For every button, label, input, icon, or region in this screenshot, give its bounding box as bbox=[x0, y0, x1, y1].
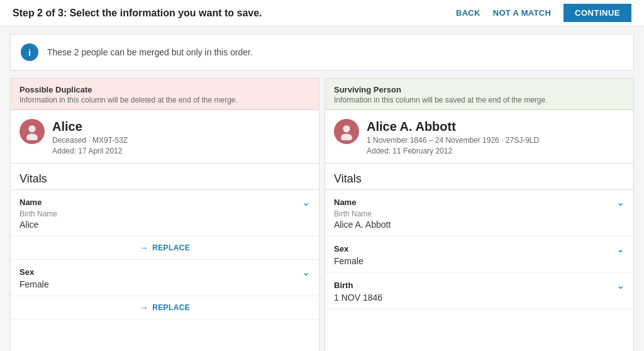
surviving-person-column: Surviving Person Information in this col… bbox=[325, 78, 634, 351]
svg-point-3 bbox=[341, 134, 352, 141]
possible-duplicate-name-row-header: Name ⌄ bbox=[19, 196, 310, 208]
not-a-match-link[interactable]: NOT A MATCH bbox=[493, 8, 551, 18]
surviving-person-avatar bbox=[334, 119, 359, 144]
surviving-person-name-row: Name ⌄ Birth Name Alice A. Abbott bbox=[325, 190, 633, 237]
possible-duplicate-name-replace-row: → REPLACE bbox=[11, 237, 319, 260]
possible-duplicate-header: Possible Duplicate Information in this c… bbox=[11, 79, 319, 110]
surviving-person-details-line1: 1 November 1846 – 24 November 1926 · 27S… bbox=[367, 136, 539, 145]
surviving-person-birth-chevron[interactable]: ⌄ bbox=[616, 279, 625, 291]
possible-duplicate-sex-row-header: Sex ⌄ bbox=[19, 266, 310, 278]
possible-duplicate-sex-replace-row: → REPLACE bbox=[11, 296, 319, 320]
info-banner: i These 2 people can be merged but only … bbox=[10, 34, 634, 70]
possible-duplicate-column: Possible Duplicate Information in this c… bbox=[10, 78, 319, 351]
surviving-person-sex-chevron[interactable]: ⌄ bbox=[616, 243, 625, 255]
surviving-person-name: Alice A. Abbott bbox=[367, 119, 539, 134]
surviving-person-sex-value: Female bbox=[334, 256, 625, 266]
possible-duplicate-sex-value: Female bbox=[19, 279, 310, 289]
surviving-person-sex-label: Sex bbox=[334, 244, 348, 254]
page-title: Step 2 of 3: Select the information you … bbox=[13, 8, 262, 19]
surviving-person-name-chevron[interactable]: ⌄ bbox=[616, 196, 625, 208]
page-header: Step 2 of 3: Select the information you … bbox=[0, 0, 644, 26]
svg-point-0 bbox=[28, 125, 35, 132]
surviving-person-birth-label: Birth bbox=[334, 281, 353, 290]
possible-duplicate-sex-chevron[interactable]: ⌄ bbox=[302, 266, 310, 278]
surviving-person-details-line2: Added: 11 February 2012 bbox=[367, 147, 539, 155]
svg-point-1 bbox=[26, 134, 38, 141]
possible-duplicate-details-line2: Added: 17 April 2012 bbox=[52, 147, 128, 155]
surviving-avatar-silhouette-icon bbox=[338, 123, 355, 140]
surviving-person-name-value: Alice A. Abbott bbox=[334, 220, 625, 230]
possible-duplicate-name-chevron[interactable]: ⌄ bbox=[302, 196, 310, 208]
header-actions: BACK NOT A MATCH CONTINUE bbox=[456, 4, 631, 22]
possible-duplicate-person-card: Alice Deceased · MX9T-53Z Added: 17 Apri… bbox=[11, 110, 319, 164]
possible-duplicate-name-label: Name bbox=[19, 198, 42, 207]
avatar-silhouette-icon bbox=[23, 123, 41, 140]
possible-duplicate-vitals-header: Vitals bbox=[11, 164, 319, 190]
possible-duplicate-name-row: Name ⌄ Birth Name Alice bbox=[11, 190, 319, 237]
surviving-person-name-sublabel: Birth Name bbox=[334, 209, 625, 218]
possible-duplicate-person-info: Alice Deceased · MX9T-53Z Added: 17 Apri… bbox=[52, 119, 128, 155]
possible-duplicate-name-sublabel: Birth Name bbox=[19, 209, 310, 218]
svg-point-2 bbox=[343, 125, 350, 132]
surviving-person-birth-row: Birth ⌄ 1 NOV 1846 bbox=[325, 273, 633, 309]
back-link[interactable]: BACK bbox=[456, 8, 480, 18]
continue-button[interactable]: CONTINUE bbox=[564, 4, 631, 22]
possible-duplicate-subtitle: Information in this column will be delet… bbox=[19, 96, 310, 104]
surviving-person-vitals-header: Vitals bbox=[325, 164, 633, 190]
surviving-person-name-label: Name bbox=[334, 198, 356, 207]
surviving-person-sex-row-header: Sex ⌄ bbox=[334, 243, 625, 255]
info-banner-text: These 2 people can be merged but only in… bbox=[47, 47, 253, 57]
possible-duplicate-details-line1: Deceased · MX9T-53Z bbox=[52, 136, 128, 145]
surviving-person-sex-row: Sex ⌄ Female bbox=[325, 237, 633, 273]
possible-duplicate-name-value: Alice bbox=[19, 220, 310, 230]
surviving-person-birth-value: 1 NOV 1846 bbox=[334, 292, 625, 303]
possible-duplicate-sex-row: Sex ⌄ Female bbox=[11, 260, 319, 296]
replace-name-arrow-icon: → bbox=[140, 243, 148, 253]
replace-sex-button[interactable]: → REPLACE bbox=[140, 303, 191, 313]
possible-duplicate-avatar bbox=[19, 119, 45, 144]
replace-sex-label: REPLACE bbox=[152, 303, 190, 312]
replace-sex-arrow-icon: → bbox=[140, 303, 148, 313]
possible-duplicate-sex-label: Sex bbox=[19, 267, 34, 277]
replace-name-label: REPLACE bbox=[152, 243, 190, 252]
surviving-person-header: Surviving Person Information in this col… bbox=[325, 79, 633, 110]
surviving-person-name-row-header: Name ⌄ bbox=[334, 196, 625, 208]
merge-columns: Possible Duplicate Information in this c… bbox=[10, 78, 634, 351]
surviving-person-title: Surviving Person bbox=[334, 85, 625, 94]
surviving-person-subtitle: Information in this column will be saved… bbox=[334, 96, 625, 104]
surviving-person-info: Alice A. Abbott 1 November 1846 – 24 Nov… bbox=[367, 119, 539, 155]
surviving-person-birth-row-header: Birth ⌄ bbox=[334, 279, 625, 291]
possible-duplicate-title: Possible Duplicate bbox=[19, 85, 310, 94]
info-icon: i bbox=[21, 43, 38, 61]
possible-duplicate-name: Alice bbox=[52, 119, 128, 134]
replace-name-button[interactable]: → REPLACE bbox=[140, 243, 191, 253]
surviving-person-card: Alice A. Abbott 1 November 1846 – 24 Nov… bbox=[325, 110, 633, 164]
